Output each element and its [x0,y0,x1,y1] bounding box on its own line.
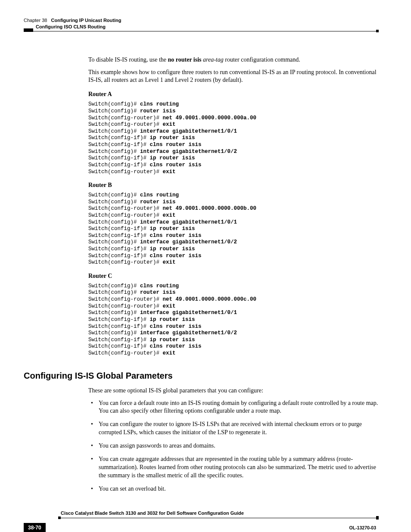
router-b-code: Switch(config)# clns routing Switch(conf… [88,192,379,266]
list-item: You can set an overload bit. [88,485,379,493]
section-heading: Configuring IS-IS Global Parameters [24,370,379,382]
router-a-heading: Router A [88,90,379,99]
list-item: You can assign passwords to areas and do… [88,442,379,450]
section-intro: These are some optional IS-IS global par… [88,387,379,395]
section-breadcrumb: Configuring ISO CLNS Routing [36,24,379,30]
router-b-heading: Router B [88,181,379,190]
list-item: You can create aggregate addresses that … [88,455,379,480]
list-item: You can force a default route into an IS… [88,399,379,416]
chapter-title: Configuring IP Unicast Routing [51,18,121,23]
list-item: You can configure the router to ignore I… [88,420,379,437]
router-c-heading: Router C [88,272,379,280]
page-footer: Cisco Catalyst Blade Switch 3130 and 303… [24,510,379,532]
chapter-label: Chapter 38 [24,18,47,23]
page-number: 38-70 [24,523,46,532]
intro-paragraph-2: This example shows how to configure thre… [88,68,379,85]
document-id: OL-13270-03 [349,525,376,531]
bullet-list: You can force a default route into an IS… [88,399,379,493]
intro-paragraph-1: To disable IS-IS routing, use the no rou… [88,56,379,64]
page-header: Chapter 38 Configuring IP Unicast Routin… [24,17,379,24]
router-c-code: Switch(config)# clns routing Switch(conf… [88,283,379,357]
router-a-code: Switch(config)# clns routing Switch(conf… [88,101,379,175]
header-rule [24,30,379,34]
book-title: Cisco Catalyst Blade Switch 3130 and 303… [61,510,379,516]
